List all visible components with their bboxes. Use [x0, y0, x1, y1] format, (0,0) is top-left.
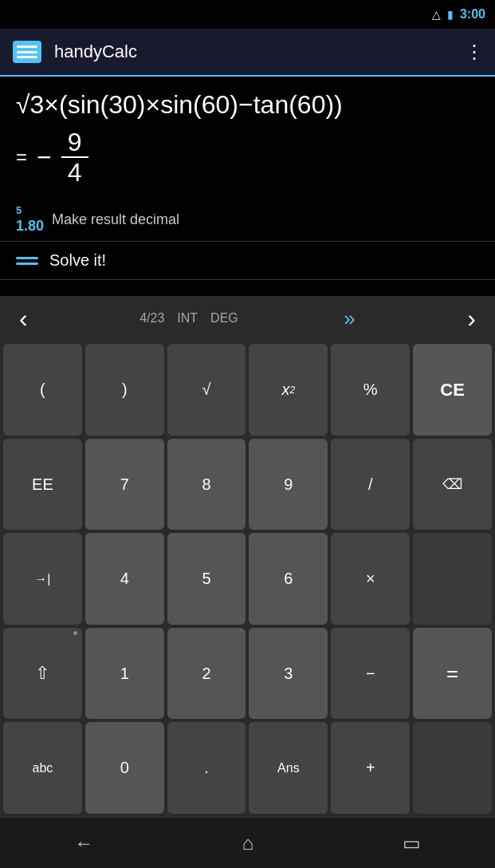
solve-icon [16, 257, 38, 265]
key-row-3: →| 4 5 6 × [3, 533, 492, 625]
menu-line-1 [17, 45, 37, 48]
key-row-5: abc 0 . Ans + [3, 722, 492, 814]
key-8[interactable]: 8 [167, 439, 246, 531]
key-3[interactable]: 3 [249, 628, 328, 720]
result-display: = − 9 4 [16, 129, 479, 185]
key-5[interactable]: 5 [167, 533, 246, 625]
fraction-numerator: 9 [61, 129, 88, 158]
key-x-squared[interactable]: x2 [249, 344, 328, 436]
key-9[interactable]: 9 [249, 439, 328, 531]
key-backspace[interactable]: ⌫ [413, 439, 492, 531]
next-arrow[interactable]: › [461, 301, 482, 337]
key-1[interactable]: 1 [85, 628, 164, 720]
keyboard-nav: ‹ 4/23 INT DEG » › [0, 296, 495, 341]
solve-line-1 [16, 257, 38, 259]
hint-row[interactable]: 5 1.80 Make result decimal [0, 198, 495, 242]
key-6[interactable]: 6 [249, 533, 328, 625]
hint-label-small: 5 [16, 204, 44, 216]
key-close-paren[interactable]: ) [85, 344, 164, 436]
key-blank-3 [413, 533, 492, 625]
solve-line-2 [16, 262, 38, 265]
battery-icon: ▮ [447, 8, 454, 21]
key-row-1: ( ) √ x2 % CE [3, 344, 492, 436]
key-ans[interactable]: Ans [249, 722, 328, 814]
key-0[interactable]: 0 [85, 722, 164, 814]
decimal-icon: 5 1.80 [16, 204, 44, 235]
hint-text: Make result decimal [52, 211, 179, 228]
prev-arrow[interactable]: ‹ [13, 301, 34, 337]
key-dot[interactable]: . [167, 722, 246, 814]
key-multiply[interactable]: × [331, 533, 410, 625]
more-options-icon[interactable]: ⋮ [465, 41, 482, 63]
key-ce[interactable]: CE [413, 344, 492, 436]
key-row-2: EE 7 8 9 / ⌫ [3, 439, 492, 531]
fast-forward-icon[interactable]: » [344, 306, 355, 331]
home-button[interactable]: ⌂ [226, 826, 270, 861]
fraction-denominator: 4 [61, 158, 88, 185]
deg-mode[interactable]: DEG [210, 311, 238, 326]
key-plus[interactable]: + [331, 722, 410, 814]
page-indicator: 4/23 [139, 311, 164, 326]
int-mode[interactable]: INT [177, 311, 198, 326]
bottom-nav: ← ⌂ ▭ [0, 817, 495, 868]
key-open-paren[interactable]: ( [3, 344, 82, 436]
menu-line-2 [17, 51, 37, 53]
key-7[interactable]: 7 [85, 439, 164, 531]
key-divide[interactable]: / [331, 439, 410, 531]
key-abc[interactable]: abc [3, 722, 82, 814]
key-shift[interactable]: ⇧ [3, 628, 82, 720]
result-equals: = [16, 146, 27, 168]
nav-info: 4/23 INT DEG [139, 311, 238, 326]
display-area: √3×(sin(30)×sin(60)−tan(60)) = − 9 4 [0, 77, 495, 198]
key-equals[interactable]: = [413, 628, 492, 720]
app-title: handyCalc [54, 41, 465, 62]
status-time: 3:00 [460, 7, 485, 22]
key-sqrt[interactable]: √ [167, 344, 246, 436]
key-ee[interactable]: EE [3, 439, 82, 531]
signal-icon: △ [432, 8, 441, 21]
result-minus: − [37, 143, 52, 172]
menu-button[interactable] [13, 41, 41, 63]
spacer [0, 280, 495, 296]
key-tab[interactable]: →| [3, 533, 82, 625]
solve-row[interactable]: Solve it! [0, 242, 495, 280]
key-row-4: ⇧ 1 2 3 − = [3, 628, 492, 720]
app-bar: handyCalc ⋮ [0, 29, 495, 77]
status-bar: △ ▮ 3:00 [0, 0, 495, 29]
expression-display: √3×(sin(30)×sin(60)−tan(60)) [16, 89, 479, 120]
key-minus[interactable]: − [331, 628, 410, 720]
key-2[interactable]: 2 [167, 628, 246, 720]
key-blank-5 [413, 722, 492, 814]
back-button[interactable]: ← [58, 826, 109, 861]
solve-text: Solve it! [49, 251, 106, 270]
recents-button[interactable]: ▭ [387, 826, 437, 861]
result-fraction: 9 4 [61, 129, 88, 185]
keyboard: ( ) √ x2 % CE EE 7 8 9 / ⌫ →| 4 5 6 × ⇧ … [0, 341, 495, 817]
key-percent[interactable]: % [331, 344, 410, 436]
hint-label-big: 1.80 [16, 218, 44, 235]
menu-line-3 [17, 56, 37, 58]
key-4[interactable]: 4 [85, 533, 164, 625]
shift-indicator [73, 631, 77, 635]
